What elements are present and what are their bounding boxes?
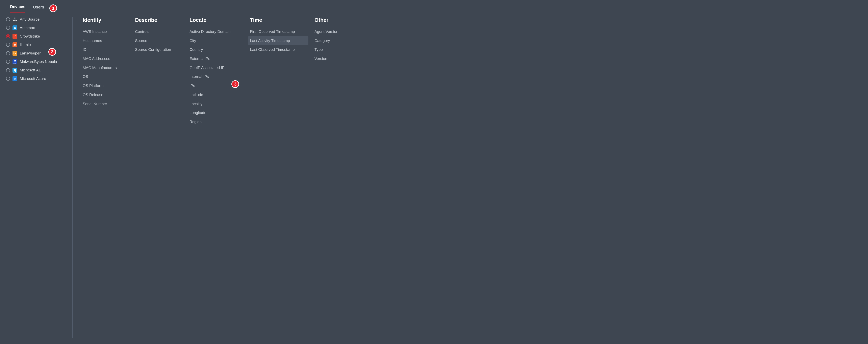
column-identify: IdentifyAWS InstanceHostnamesIDMAC Addre… — [83, 17, 129, 338]
field-active-directory-domain[interactable]: Active Directory Domain — [189, 27, 244, 36]
source-label: Illumio — [20, 42, 31, 47]
field-mac-manufacturers[interactable]: MAC Manufacturers — [83, 63, 129, 73]
field-region[interactable]: Region — [189, 117, 244, 126]
field-source-configuration[interactable]: Source Configuration — [135, 45, 183, 54]
source-label: Automox — [20, 26, 35, 30]
field-os[interactable]: OS — [83, 72, 129, 81]
field-geoip-associated-ip[interactable]: GeoIP Associated IP — [189, 63, 244, 73]
radio-icon — [6, 60, 10, 64]
field-os-platform[interactable]: OS Platform — [83, 81, 129, 90]
malwarebytes-icon: MNEB — [12, 59, 17, 64]
field-hostnames[interactable]: Hostnames — [83, 36, 129, 46]
svg-rect-4 — [14, 44, 16, 46]
column-heading: Other — [314, 17, 349, 23]
field-type[interactable]: Type — [314, 45, 349, 54]
crowdstrike-icon — [12, 34, 17, 39]
field-last-observed-timestamp[interactable]: Last Observed Timestamp — [250, 45, 308, 54]
field-mac-addresses[interactable]: MAC Addresses — [83, 54, 129, 63]
radio-icon — [6, 51, 10, 55]
field-longitude[interactable]: Longitude — [189, 108, 244, 117]
source-item-automox[interactable]: Automox — [6, 25, 69, 30]
source-item-microsoft-ad[interactable]: Microsoft AD — [6, 68, 69, 73]
field-external-ips[interactable]: External IPs — [189, 54, 244, 63]
radio-icon — [6, 77, 10, 81]
field-os-release[interactable]: OS Release — [83, 90, 129, 99]
source-item-crowdstrike[interactable]: Crowdstrike — [6, 34, 69, 39]
field-columns: IdentifyAWS InstanceHostnamesIDMAC Addre… — [72, 17, 862, 338]
lansweeper-icon: Ls — [12, 51, 17, 56]
column-heading: Locate — [189, 17, 244, 23]
source-label: MalwareBytes Nebula — [20, 59, 57, 64]
column-other: OtherAgent VersionCategoryTypeVersion — [314, 17, 349, 338]
illumio-icon — [12, 42, 17, 47]
app-root: DevicesUsers Any SourceAutomoxCrowdstrik… — [0, 0, 868, 344]
field-version[interactable]: Version — [314, 54, 349, 63]
field-serial-number[interactable]: Serial Number — [83, 99, 129, 109]
source-item-microsoft-azure[interactable]: Microsoft Azure — [6, 76, 69, 81]
tabs-bar: DevicesUsers — [10, 3, 862, 12]
automox-icon — [12, 25, 17, 30]
radio-icon — [6, 43, 10, 47]
body: Any SourceAutomoxCrowdstrikeIllumioLsLan… — [6, 17, 862, 338]
source-label: Microsoft Azure — [20, 77, 46, 81]
tab-users[interactable]: Users — [33, 3, 44, 12]
field-aws-instance[interactable]: AWS Instance — [83, 27, 129, 36]
field-last-activity-timestamp[interactable]: Last Activity Timestamp — [248, 36, 308, 46]
field-internal-ips[interactable]: Internal IPs — [189, 72, 244, 81]
field-locality[interactable]: Locality — [189, 99, 244, 109]
column-heading: Time — [250, 17, 308, 23]
radio-icon — [6, 17, 10, 21]
tab-devices[interactable]: Devices — [10, 3, 25, 12]
column-time: TimeFirst Observed TimestampLast Activit… — [250, 17, 308, 338]
microsoft-azure-icon — [12, 76, 17, 81]
source-label: Crowdstrike — [20, 34, 40, 38]
microsoft-ad-icon — [12, 68, 17, 73]
column-describe: DescribeControlsSourceSource Configurati… — [135, 17, 183, 338]
field-latitude[interactable]: Latitude — [189, 90, 244, 99]
radio-icon — [6, 68, 10, 72]
source-list: Any SourceAutomoxCrowdstrikeIllumioLsLan… — [6, 17, 72, 338]
radio-icon — [6, 34, 10, 38]
source-item-illumio[interactable]: Illumio — [6, 42, 69, 47]
field-source[interactable]: Source — [135, 36, 183, 46]
source-item-any-source[interactable]: Any Source — [6, 17, 69, 22]
source-label: Any Source — [20, 17, 39, 22]
column-locate: LocateActive Directory DomainCityCountry… — [189, 17, 244, 338]
field-country[interactable]: Country — [189, 45, 244, 54]
source-label: Microsoft AD — [20, 68, 41, 73]
source-item-lansweeper[interactable]: LsLansweeper — [6, 51, 69, 56]
source-label: Lansweeper — [20, 51, 41, 56]
source-item-malwarebytes-nebula[interactable]: MNEBMalwareBytes Nebula — [6, 59, 69, 64]
radio-icon — [6, 26, 10, 30]
field-ips[interactable]: IPs — [189, 81, 244, 90]
column-heading: Identify — [83, 17, 129, 23]
column-heading: Describe — [135, 17, 183, 23]
any-source-icon — [12, 17, 17, 22]
field-controls[interactable]: Controls — [135, 27, 183, 36]
field-city[interactable]: City — [189, 36, 244, 46]
field-first-observed-timestamp[interactable]: First Observed Timestamp — [250, 27, 308, 36]
field-agent-version[interactable]: Agent Version — [314, 27, 349, 36]
field-id[interactable]: ID — [83, 45, 129, 54]
field-category[interactable]: Category — [314, 36, 349, 46]
